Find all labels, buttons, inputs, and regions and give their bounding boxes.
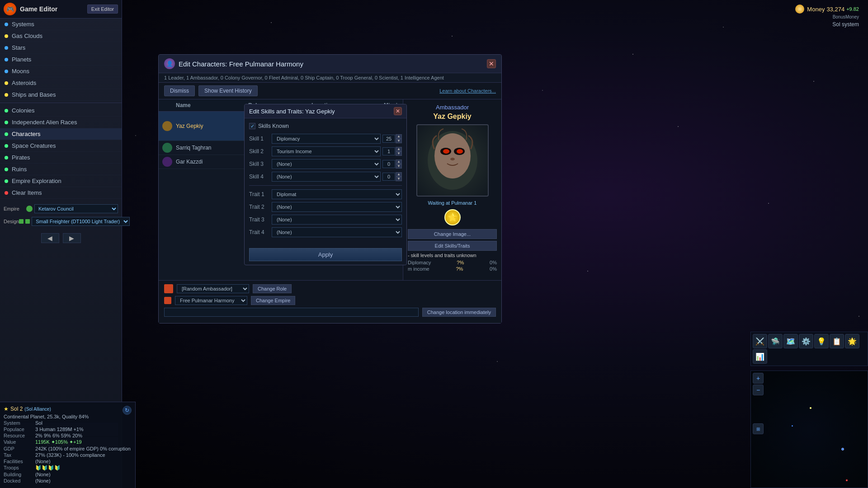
skill3-value[interactable] xyxy=(382,160,395,168)
skill1-label: Skill 1 xyxy=(249,136,272,142)
game-editor-header: 🎮 Game Editor Exit Editor xyxy=(0,0,122,19)
toolbar-icon-1[interactable]: ⚔️ xyxy=(753,334,767,348)
trait2-label: Trait 2 xyxy=(249,204,272,210)
skill1-value[interactable] xyxy=(382,135,395,143)
change-location-button[interactable]: Change location immediately xyxy=(422,308,496,317)
skills-dialog: Edit Skills and Traits: Yaz Gepkiy ✕ Ski… xyxy=(244,104,407,265)
skill2-select[interactable]: Tourism Income xyxy=(272,146,381,156)
empire-select-bottom[interactable]: Free Pulmanar Harmony xyxy=(175,296,247,305)
change-empire-button[interactable]: Change Empire xyxy=(251,296,295,305)
minimap[interactable]: + − ⊞ xyxy=(750,371,868,488)
dismiss-button[interactable]: Dismiss xyxy=(164,85,195,96)
bullet-icon xyxy=(5,81,8,85)
trait1-select[interactable]: Diplomat xyxy=(272,189,402,199)
skill4-select[interactable]: (None) xyxy=(272,172,381,182)
money-icon xyxy=(795,5,804,14)
facilities-label: Facilities xyxy=(4,459,35,464)
skill3-down-arrow[interactable]: ▼ xyxy=(396,164,402,169)
skill2-down-arrow[interactable]: ▼ xyxy=(396,151,402,156)
skill1-up-arrow[interactable]: ▲ xyxy=(396,134,402,139)
sidebar-item-stars[interactable]: Stars xyxy=(0,42,122,54)
sidebar-item-planets[interactable]: Planets xyxy=(0,54,122,66)
apply-button[interactable]: Apply xyxy=(249,248,402,261)
trait4-label: Trait 4 xyxy=(249,229,272,235)
sidebar-item-clear-items[interactable]: Clear Items xyxy=(0,187,122,199)
exit-editor-button[interactable]: Exit Editor xyxy=(87,5,118,14)
trait3-label: Trait 3 xyxy=(249,216,272,223)
empire-select[interactable]: Ketarov Council xyxy=(34,204,118,213)
zoom-fit-button[interactable]: ⊞ xyxy=(753,423,764,434)
sidebar-item-empire-exploration[interactable]: Empire Exploration xyxy=(0,175,122,187)
bullet-icon xyxy=(5,23,8,26)
window-toolbar: Dismiss Show Event History Learn about C… xyxy=(159,83,501,99)
sidebar-item-moons[interactable]: Moons xyxy=(0,66,122,77)
skills-known-checkbox[interactable] xyxy=(249,123,255,129)
tax-label: Tax xyxy=(4,452,35,458)
show-event-history-button[interactable]: Show Event History xyxy=(198,85,258,96)
sidebar-item-gas-clouds[interactable]: Gas Clouds xyxy=(0,30,122,42)
sidebar-item-ships-and-bases[interactable]: Ships and Bases xyxy=(0,89,122,101)
toolbar-icon-4[interactable]: ⚙️ xyxy=(799,334,813,348)
trait2-select[interactable]: (None) xyxy=(272,202,402,212)
income-val1: ?% xyxy=(456,266,463,272)
refresh-button[interactable]: ↻ xyxy=(123,406,132,415)
toolbar-icon-8[interactable]: 📊 xyxy=(753,349,767,364)
sidebar-item-independent-alien[interactable]: Independent Alien Races xyxy=(0,117,122,128)
char-detail-role: Ambassador xyxy=(436,104,469,111)
zoom-in-button[interactable]: + xyxy=(753,373,764,384)
change-image-button[interactable]: Change Image... xyxy=(408,229,497,239)
sidebar-item-systems[interactable]: Systems xyxy=(0,19,122,30)
design-select[interactable]: Small Freighter (DT1000 Light Trader) xyxy=(32,217,130,226)
skill2-up-arrow[interactable]: ▲ xyxy=(396,147,402,151)
docked-label: Docked xyxy=(4,478,35,483)
skills-dialog-close[interactable]: ✕ xyxy=(394,107,402,115)
toolbar-icon-2[interactable]: 🛸 xyxy=(768,334,783,348)
design-label: Design xyxy=(4,219,19,224)
skill2-value[interactable] xyxy=(382,147,395,155)
toolbar-icon-7[interactable]: 🌟 xyxy=(845,334,859,348)
income-stat-row: m income ?% 0% xyxy=(408,266,497,272)
change-role-button[interactable]: Change Role xyxy=(253,284,292,293)
game-editor-title: Game Editor xyxy=(20,5,87,13)
sidebar-item-pirates[interactable]: Pirates xyxy=(0,152,122,164)
sidebar-item-space-creatures[interactable]: Space Creatures xyxy=(0,140,122,152)
skill3-select[interactable]: (None) xyxy=(272,159,381,169)
minimap-dot-1 xyxy=(792,425,793,427)
diplomacy-val2: 0% xyxy=(490,260,497,265)
nav-arrow-right[interactable]: ▶ xyxy=(63,233,81,243)
char-stats-title: - skill levels and traits unknown xyxy=(408,253,497,258)
sidebar-item-asteroids[interactable]: Asteroids xyxy=(0,77,122,89)
sidebar-item-colonies[interactable]: Colonies xyxy=(0,105,122,117)
edit-skills-traits-button[interactable]: Edit Skills/Traits xyxy=(408,241,497,251)
skill3-up-arrow[interactable]: ▲ xyxy=(396,160,402,164)
skill4-value[interactable] xyxy=(382,173,395,181)
trait-row-1: Trait 1 Diplomat xyxy=(249,189,402,199)
sidebar-item-ruins[interactable]: Ruins xyxy=(0,164,122,175)
skills-known-label: Skills Known xyxy=(258,123,289,129)
skill-row-1: Skill 1 Diplomacy ▲ ▼ xyxy=(249,134,402,144)
troops-label: Troops xyxy=(4,465,35,471)
toolbar-icon-3[interactable]: 🗺️ xyxy=(783,334,798,348)
skill1-down-arrow[interactable]: ▼ xyxy=(396,139,402,143)
minimap-star-sol xyxy=(810,407,811,409)
nav-arrow-left[interactable]: ◀ xyxy=(41,233,59,243)
window-close-button[interactable]: ✕ xyxy=(487,59,496,68)
planet-name: Sol 2 xyxy=(10,406,23,412)
col-name: Name xyxy=(172,101,245,109)
zoom-out-button[interactable]: − xyxy=(753,385,764,395)
location-input[interactable] xyxy=(164,308,419,317)
troops-stat-row: Troops 🔰🔰🔰🔰 xyxy=(4,465,132,471)
skill4-up-arrow[interactable]: ▲ xyxy=(396,172,402,177)
learn-characters-link[interactable]: Learn about Characters... xyxy=(439,88,496,94)
role-select[interactable]: [Random Ambassador] xyxy=(177,284,249,293)
skill1-select[interactable]: Diplomacy xyxy=(272,134,381,144)
populace-label: Populace xyxy=(4,427,35,432)
toolbar-icon-6[interactable]: 📋 xyxy=(830,334,844,348)
sidebar-item-characters[interactable]: Characters xyxy=(0,128,122,140)
resource-value: 2% 9% 6% 59% 20% xyxy=(35,433,82,438)
trait3-select[interactable]: (None) xyxy=(272,215,402,225)
bullet-icon xyxy=(5,156,8,160)
trait4-select[interactable]: (None) xyxy=(272,227,402,237)
toolbar-icon-5[interactable]: 💡 xyxy=(814,334,829,348)
skill4-down-arrow[interactable]: ▼ xyxy=(396,177,402,181)
